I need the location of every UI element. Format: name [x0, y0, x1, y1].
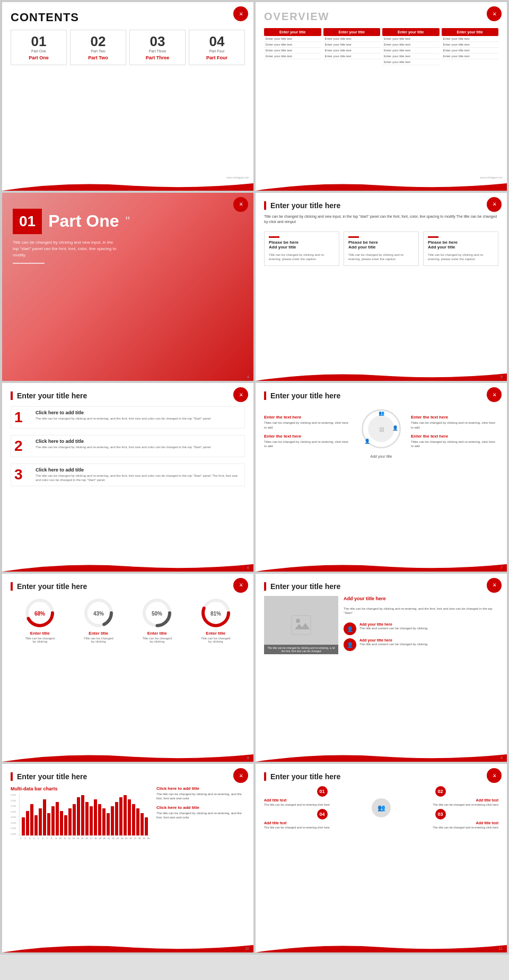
part-sub-1: Part One: [14, 49, 63, 53]
svg-rect-18: [292, 616, 311, 635]
bar-label: 20: [103, 837, 106, 840]
cycle-title-1: Add title text: [264, 798, 380, 802]
ov-cell-3-4: Enter your title text: [382, 54, 440, 59]
list-body-3: The title can be changed by clicking and…: [36, 474, 241, 483]
bar-label: 6: [41, 837, 45, 840]
bar-label: 2: [23, 837, 27, 840]
card-accent-2: [348, 236, 359, 238]
profile-icon-2: 👤: [344, 638, 356, 651]
ov-cell-3-2: Enter your title text: [382, 42, 440, 48]
p-title-2: Add your title here: [359, 638, 427, 642]
ov-header-4: Enter your title: [442, 28, 499, 36]
cycle-body-1: The title can be changed and re-entering…: [264, 803, 380, 807]
slide-num-7: 8: [247, 756, 249, 760]
left-items: Enter the text here Titles can be change…: [264, 415, 352, 449]
ov-cell-1-4: Enter your title text: [264, 54, 321, 59]
bar-label: 23: [116, 837, 119, 840]
slide6-title: Enter your title here: [264, 391, 498, 400]
ov-cell-3-1: Enter your title text: [382, 36, 440, 42]
card-body-2: Title can be changed by clicking and re-…: [348, 253, 414, 262]
ov-header-3: Enter your title: [382, 28, 440, 36]
p-body-2: The title and content can be changed by …: [359, 642, 427, 646]
part-card-2: 02 Part Two Part Two: [70, 30, 126, 65]
cycle-title-4: Add title text: [264, 821, 380, 825]
cycle-body-4: The title can be changed and re-entering…: [264, 826, 380, 830]
brand-logo-4: ⚔: [487, 197, 502, 212]
bar-segment: [34, 815, 38, 835]
list-content-1: Click here to add title The title can be…: [36, 410, 210, 421]
left-body-1: Titles can be changed by clicking and re…: [264, 421, 352, 430]
ov-cell-4-1: Enter your title text: [442, 36, 499, 42]
bar-label: 10: [59, 837, 62, 840]
donut-circle-3: 50%: [141, 597, 173, 629]
chart-wrapper: 5,4005,3005,2004,3004,0003,3003,0002,600…: [11, 794, 150, 840]
svg-text:🖼: 🖼: [379, 427, 384, 432]
bar-label: 15: [81, 837, 84, 840]
right-title-1: Enter the text here: [411, 415, 498, 420]
chart-area: Multi-data bar charts 5,4005,3005,2004,3…: [11, 786, 150, 840]
svg-text:68%: 68%: [34, 611, 45, 617]
cycle-num-1: 01: [317, 786, 328, 797]
click-title-1: Click here to add title: [156, 786, 245, 791]
slide8-title: Enter your title here: [264, 582, 498, 591]
bar-segment: [68, 808, 72, 835]
center-label: Add your title: [371, 455, 392, 458]
click-body-1: The title can be changed by clicking and…: [156, 792, 245, 801]
bar-label: 8: [50, 837, 53, 840]
donut-label-2: Enter title: [83, 631, 115, 636]
bar-segment: [81, 795, 84, 835]
slide-cycle-diagram: ⚔ Enter your title here 01 Add title tex…: [256, 764, 507, 952]
bar-segment: [73, 804, 76, 835]
p-title-1: Add your title here: [359, 622, 427, 626]
bar-segment: [26, 811, 29, 835]
bar-label: 28: [138, 837, 141, 840]
brand-logo-9: ⚔: [233, 768, 248, 783]
brand-logo-8: ⚔: [487, 578, 502, 593]
donut-desc-4: Title can be changed by clicking: [200, 637, 232, 643]
list-num-1: 1: [14, 410, 30, 425]
slide-grid: ⚔ CONTENTS 01 Part One Part One 02 Part …: [0, 0, 509, 955]
ov-cell-1-1: Enter your title text: [264, 36, 321, 42]
bar-segment: [60, 811, 63, 835]
overview-grid: Enter your title Enter your title text E…: [264, 28, 498, 65]
bar-segment: [39, 808, 42, 835]
right-body-2: Titles can be changed by clicking and re…: [411, 440, 498, 449]
donut-label-1: Enter title: [24, 631, 56, 636]
bar-segment: [85, 802, 89, 835]
list-body-2: The title can be changed by clicking and…: [36, 445, 210, 449]
bar-label: 11: [63, 837, 66, 840]
part-label-1: Part One: [14, 55, 63, 60]
list-body-1: The title can be changed by clicking and…: [36, 416, 210, 421]
right-body-1: Titles can be changed by clicking and re…: [411, 421, 498, 430]
cover-title: Part One: [48, 211, 119, 231]
bar-segment: [145, 817, 148, 835]
brand-logo-3: ⚔: [233, 197, 248, 212]
click-item-2: Click here to add title The title can be…: [156, 805, 245, 820]
left-title-2: Enter the text here: [264, 434, 352, 439]
donut-label-4: Enter title: [200, 631, 232, 636]
svg-text:👥: 👥: [378, 804, 385, 812]
right-content: Click here to add title The title can be…: [156, 786, 245, 840]
slide-overview: ⚔ OVERVIEW Enter your title Enter your t…: [256, 2, 507, 191]
bar-segment: [132, 804, 135, 835]
svg-text:👤: 👤: [364, 438, 371, 444]
svg-text:👥: 👥: [379, 410, 385, 416]
left-title-1: Enter the text here: [264, 415, 352, 420]
bar-segment: [102, 808, 106, 835]
ov-col-1: Enter your title Enter your title text E…: [264, 28, 321, 65]
donuts-row: 68% Enter title Title can be changed by …: [11, 597, 245, 643]
donut-4: 81% Enter title Title can be changed by …: [200, 597, 232, 643]
slide-numbered-list: ⚔ Enter your title here 1 Click here to …: [2, 383, 253, 572]
left-body-2: Titles can be changed by clicking and re…: [264, 440, 352, 449]
slide7-title: Enter your title here: [11, 582, 245, 591]
click-item-1: Click here to add title The title can be…: [156, 786, 245, 801]
donut-1: 68% Enter title Title can be changed by …: [24, 597, 56, 643]
list-content-2: Click here to add title The title can be…: [36, 439, 210, 449]
chart-title: Multi-data bar charts: [11, 786, 150, 791]
card-accent-3: [428, 236, 438, 238]
bar-label: 27: [134, 837, 137, 840]
cycle-left: 01 Add title text The title can be chang…: [264, 786, 498, 830]
cycle-title-2: Add title text: [382, 798, 498, 802]
ov-col-4: Enter your title Enter your title text E…: [442, 28, 499, 65]
bar-segment: [124, 795, 127, 835]
